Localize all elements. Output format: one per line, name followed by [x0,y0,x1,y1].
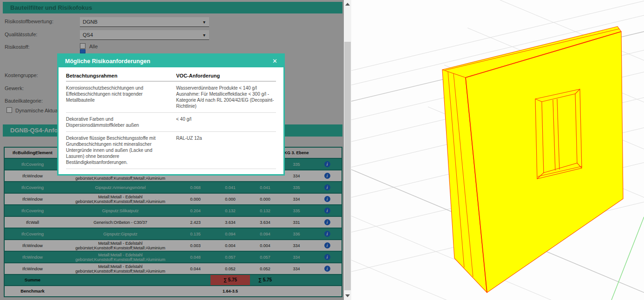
wall-3d-model [351,0,644,300]
modal-col-voc-anforderung: VOC-Anforderung [176,73,276,78]
voc-anforderung-text: < 40 g/l [176,116,276,128]
vertical-scrollbar[interactable] [344,0,351,300]
requirement-row: Dekorative flüssige Beschichtungsstoffe … [66,132,276,169]
green-axis-line [611,217,644,300]
scroll-down-icon[interactable] [345,294,350,297]
modal-header: Mögliche Risikoanforderungen ✕ [59,55,283,67]
requirement-row: Korrosionsschutzbeschichtungen und Effek… [66,82,276,113]
close-icon[interactable]: ✕ [272,58,277,65]
scrollbar-thumb[interactable] [344,42,351,290]
voc-anforderung-text: Wasserverdünnbare Produkte < 140 g/l Aus… [176,85,276,109]
risikoanforderungen-modal: Mögliche Risikoanforderungen ✕ Betrachtu… [57,53,285,176]
betrachtungsrahmen-text: Korrosionsschutzbeschichtungen und Effek… [66,85,171,109]
scroll-up-icon[interactable] [345,3,350,6]
betrachtungsrahmen-text: Dekorative flüssige Beschichtungsstoffe … [66,135,171,165]
requirement-row: Dekorative Farben und Dispersionsdämmsto… [66,113,276,132]
modal-body: Betrachtungsrahmen VOC-Anforderung Korro… [59,67,283,169]
3d-viewport[interactable] [351,0,644,300]
voc-anforderung-text: RAL-UZ 12a [176,135,276,165]
modal-col-betrachtungsrahmen: Betrachtungsrahmen [66,73,171,78]
modal-table-header: Betrachtungsrahmen VOC-Anforderung [66,70,276,82]
modal-title: Mögliche Risikoanforderungen [65,58,150,65]
betrachtungsrahmen-text: Dekorative Farben und Dispersionsdämmsto… [66,116,171,128]
wall-faces [442,26,623,293]
